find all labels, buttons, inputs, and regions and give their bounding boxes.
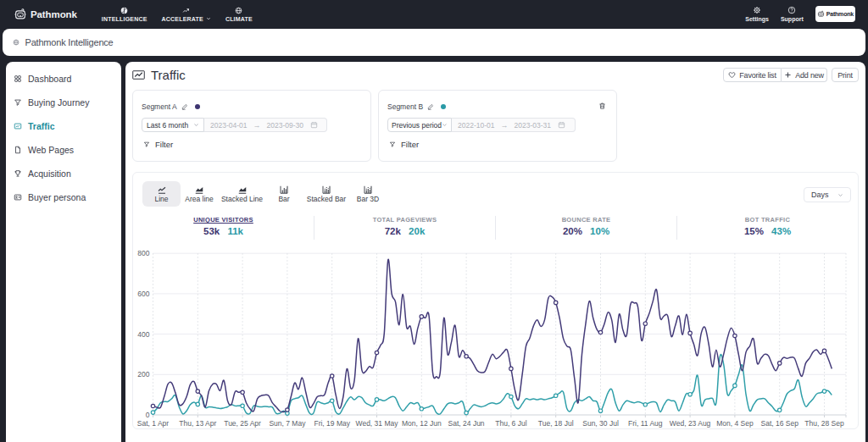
svg-text:Tue, 25 Apr: Tue, 25 Apr: [224, 419, 261, 428]
svg-text:Mon, 12 Jun: Mon, 12 Jun: [402, 419, 442, 428]
svg-text:0: 0: [146, 411, 150, 419]
svg-text:Thu, 6 Jul: Thu, 6 Jul: [495, 419, 526, 428]
svg-text:Thu, 13 Apr: Thu, 13 Apr: [179, 419, 216, 428]
svg-text:Sun, 30 Jul: Sun, 30 Jul: [582, 419, 619, 428]
svg-text:Sun, 7 May: Sun, 7 May: [269, 419, 306, 428]
svg-text:Thu, 28 Sep: Thu, 28 Sep: [804, 419, 844, 428]
svg-text:200: 200: [137, 370, 149, 378]
svg-text:Mon, 4 Sep: Mon, 4 Sep: [716, 419, 754, 428]
svg-text:600: 600: [137, 290, 149, 298]
svg-text:Wed, 31 May: Wed, 31 May: [356, 419, 399, 428]
svg-text:Wed, 23 Aug: Wed, 23 Aug: [670, 419, 711, 428]
svg-text:Tue, 18 Jul: Tue, 18 Jul: [538, 419, 574, 428]
svg-text:Sat, 24 Jun: Sat, 24 Jun: [448, 419, 485, 428]
svg-text:800: 800: [137, 249, 149, 257]
svg-text:400: 400: [137, 330, 149, 339]
svg-text:Sat, 1 Apr: Sat, 1 Apr: [137, 419, 169, 428]
svg-text:Sat, 16 Sep: Sat, 16 Sep: [760, 419, 798, 428]
svg-text:Fri, 19 May: Fri, 19 May: [314, 419, 350, 428]
svg-text:Fri, 11 Aug: Fri, 11 Aug: [628, 419, 663, 428]
